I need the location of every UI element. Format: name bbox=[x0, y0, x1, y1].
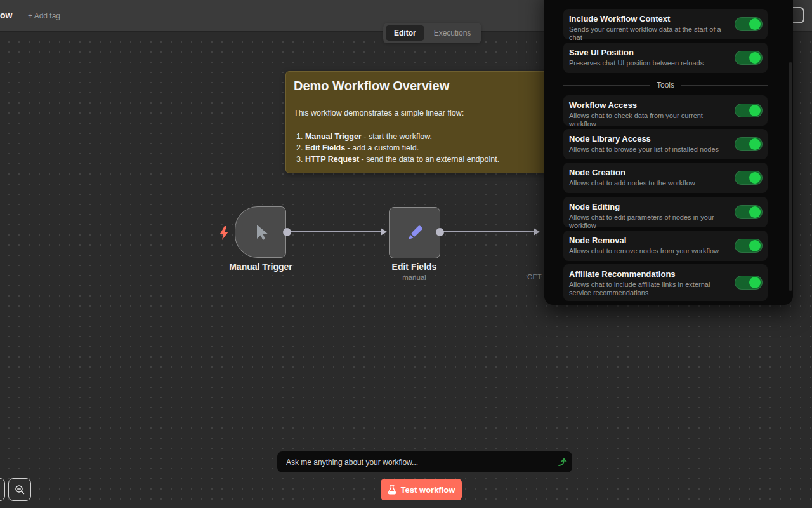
setting-description: Allows chat to browse your list of insta… bbox=[569, 145, 731, 154]
toggle-node-library-access[interactable] bbox=[735, 137, 763, 151]
cursor-icon bbox=[250, 222, 272, 243]
output-connector[interactable] bbox=[436, 228, 444, 236]
setting-description: Allows chat to edit parameters of nodes … bbox=[569, 213, 731, 230]
connection-arrowhead-icon bbox=[534, 228, 540, 236]
test-workflow-button[interactable]: Test workflow bbox=[381, 479, 462, 500]
chat-settings-panel: Include Workflow Context Sends your curr… bbox=[544, 0, 793, 305]
node-label: Edit Fields bbox=[363, 262, 465, 272]
setting-affiliate-recommendations: Affiliate Recommendations Allows chat to… bbox=[563, 264, 768, 301]
pencil-icon bbox=[403, 221, 427, 245]
connection-line[interactable] bbox=[287, 231, 382, 232]
setting-description: Sends your current workflow data at the … bbox=[569, 25, 731, 42]
setting-title: Save UI Position bbox=[569, 47, 762, 58]
toggle-node-removal[interactable] bbox=[735, 239, 763, 253]
http-node-subtitle: GET: bbox=[527, 273, 542, 281]
node-label: Manual Trigger bbox=[210, 262, 311, 272]
sticky-step: 3. HTTP Request - send the data to an ex… bbox=[296, 154, 499, 165]
connection-arrowhead-icon bbox=[381, 228, 387, 236]
workflow-name[interactable]: ow bbox=[0, 10, 12, 20]
sticky-step-list: 1. Manual Trigger - start the workflow. … bbox=[296, 131, 499, 165]
panel-scrollbar[interactable] bbox=[789, 62, 792, 291]
sticky-title: Demo Workflow Overview bbox=[294, 79, 449, 93]
setting-node-removal: Node Removal Allows chat to remove nodes… bbox=[563, 231, 768, 261]
view-tabs: Editor Executions bbox=[383, 23, 481, 43]
setting-node-creation: Node Creation Allows chat to add nodes t… bbox=[563, 163, 768, 193]
setting-description: Preserves chat UI position between reloa… bbox=[569, 59, 731, 67]
tools-section-divider: Tools bbox=[563, 80, 768, 90]
setting-workflow-access: Workflow Access Allows chat to check dat… bbox=[563, 95, 768, 126]
toggle-node-creation[interactable] bbox=[735, 171, 763, 185]
node-subtitle: manual bbox=[363, 274, 465, 281]
setting-description: Allows chat to add nodes to the workflow bbox=[569, 179, 731, 187]
toggle-affiliate-recommendations[interactable] bbox=[735, 276, 763, 290]
node-manual-trigger[interactable] bbox=[235, 206, 286, 258]
sticky-step: 2. Edit Fields - add a custom field. bbox=[296, 142, 499, 154]
test-workflow-label: Test workflow bbox=[401, 485, 455, 495]
add-tag-button[interactable]: + Add tag bbox=[28, 11, 60, 20]
setting-node-editing: Node Editing Allows chat to edit paramet… bbox=[563, 197, 768, 227]
zoom-out-button[interactable] bbox=[8, 478, 31, 501]
setting-save-ui-position: Save UI Position Preserves chat UI posit… bbox=[563, 43, 768, 73]
tab-executions[interactable]: Executions bbox=[426, 25, 480, 41]
toggle-node-editing[interactable] bbox=[735, 205, 763, 219]
node-edit-fields[interactable] bbox=[389, 207, 440, 258]
setting-description: Allows chat to remove nodes from your wo… bbox=[569, 247, 731, 255]
toggle-save-ui-position[interactable] bbox=[735, 51, 763, 65]
setting-title: Node Removal bbox=[569, 235, 762, 246]
trigger-bolt-icon bbox=[218, 225, 232, 241]
send-arrow-icon bbox=[557, 457, 568, 467]
setting-title: Affiliate Recommendations bbox=[569, 269, 762, 279]
setting-include-workflow-context: Include Workflow Context Sends your curr… bbox=[563, 9, 768, 39]
toggle-include-workflow-context[interactable] bbox=[735, 17, 763, 31]
flask-icon bbox=[388, 485, 396, 495]
toggle-workflow-access[interactable] bbox=[735, 104, 763, 117]
setting-title: Workflow Access bbox=[569, 100, 762, 110]
setting-node-library-access: Node Library Access Allows chat to brows… bbox=[563, 129, 768, 159]
chat-send-button[interactable] bbox=[552, 451, 572, 472]
canvas-control-partial-button[interactable] bbox=[0, 478, 5, 501]
output-connector[interactable] bbox=[283, 228, 291, 236]
sticky-note[interactable]: Demo Workflow Overview This workflow dem… bbox=[285, 71, 551, 173]
tab-editor[interactable]: Editor bbox=[386, 25, 424, 41]
setting-title: Node Library Access bbox=[569, 133, 762, 144]
zoom-out-icon bbox=[14, 484, 25, 495]
setting-description: Allows chat to check data from your curr… bbox=[569, 112, 731, 128]
setting-title: Include Workflow Context bbox=[569, 13, 762, 24]
connection-line[interactable] bbox=[440, 231, 535, 232]
tools-section-label: Tools bbox=[657, 81, 674, 90]
sticky-step: 1. Manual Trigger - start the workflow. bbox=[296, 131, 499, 142]
chat-input[interactable] bbox=[277, 458, 552, 467]
sticky-intro: This workflow demonstrates a simple line… bbox=[294, 109, 464, 117]
setting-title: Node Creation bbox=[569, 167, 762, 178]
chat-input-bar bbox=[277, 451, 572, 472]
setting-title: Node Editing bbox=[569, 201, 762, 212]
setting-description: Allows chat to include affiliate links i… bbox=[569, 281, 731, 297]
